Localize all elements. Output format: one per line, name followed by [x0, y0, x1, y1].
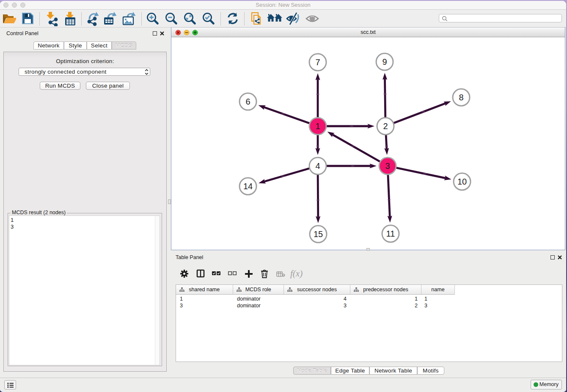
- svg-text:4: 4: [315, 161, 320, 171]
- svg-text:14: 14: [243, 182, 253, 191]
- svg-text:15: 15: [314, 229, 323, 239]
- svg-text:11: 11: [386, 229, 395, 238]
- svg-text:7: 7: [315, 58, 320, 67]
- svg-text:2: 2: [383, 121, 388, 131]
- svg-text:1: 1: [315, 121, 320, 131]
- svg-text:10: 10: [457, 177, 467, 186]
- svg-text:9: 9: [382, 57, 387, 66]
- svg-text:6: 6: [245, 97, 250, 106]
- svg-text:3: 3: [385, 161, 390, 171]
- svg-text:8: 8: [459, 93, 463, 102]
